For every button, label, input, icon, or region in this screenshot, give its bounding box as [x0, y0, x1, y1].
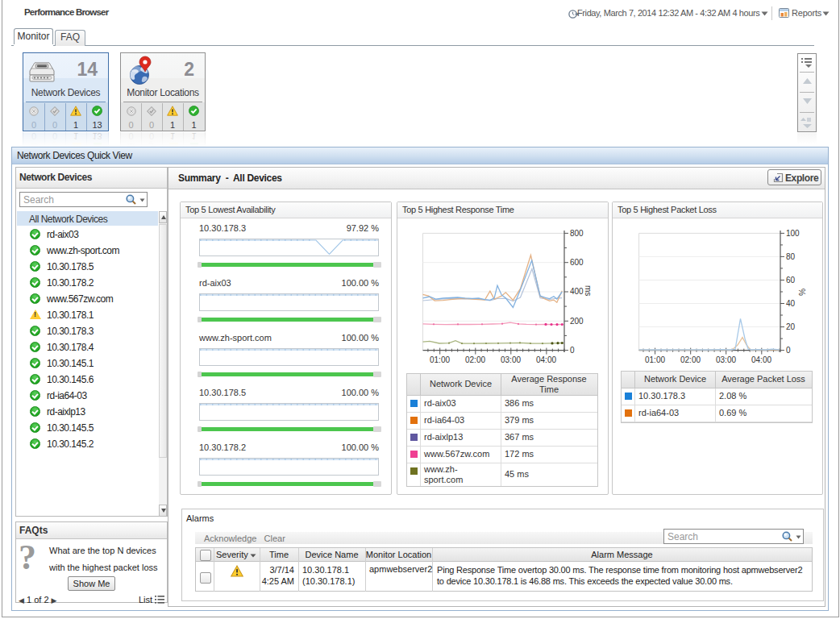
- svg-text:04:00: 04:00: [751, 355, 771, 364]
- svg-text:20: 20: [786, 322, 796, 331]
- svg-text:03:00: 03:00: [501, 355, 521, 364]
- svg-text:%: %: [797, 289, 806, 296]
- svg-text:40: 40: [786, 299, 796, 308]
- svg-text:600: 600: [570, 258, 584, 267]
- svg-text:01:00: 01:00: [645, 355, 665, 364]
- svg-text:800: 800: [570, 229, 584, 238]
- svg-text:400: 400: [570, 287, 584, 296]
- svg-text:01:00: 01:00: [430, 355, 450, 364]
- svg-text:02:00: 02:00: [465, 355, 485, 364]
- svg-text:ms: ms: [584, 285, 593, 296]
- svg-text:80: 80: [786, 252, 796, 261]
- svg-text:0: 0: [570, 346, 575, 355]
- svg-text:60: 60: [786, 276, 796, 285]
- svg-text:02:00: 02:00: [680, 355, 701, 364]
- svg-text:04:00: 04:00: [536, 355, 556, 364]
- svg-text:200: 200: [570, 317, 584, 326]
- svg-text:0: 0: [786, 346, 791, 355]
- svg-text:03:00: 03:00: [716, 355, 736, 364]
- svg-text:100: 100: [786, 229, 800, 238]
